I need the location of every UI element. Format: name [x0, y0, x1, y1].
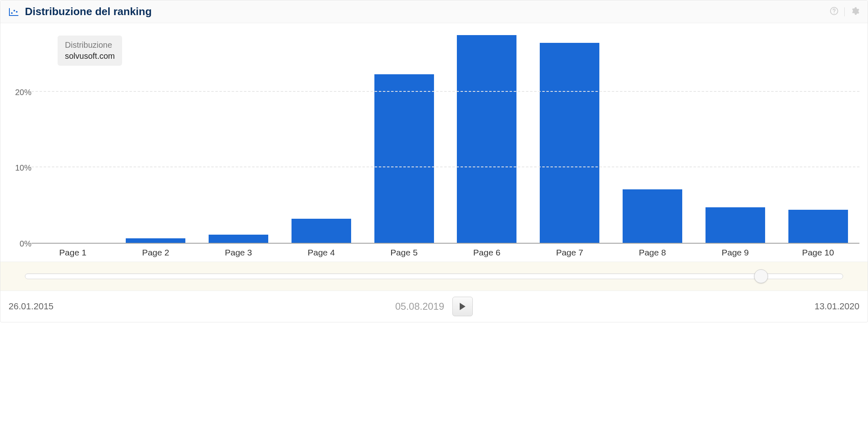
- bar[interactable]: [540, 43, 599, 243]
- play-button[interactable]: [452, 297, 473, 316]
- x-tick-label: Page 2: [114, 248, 197, 258]
- bar-slot: [777, 31, 859, 243]
- plot-wrap: Page 1Page 2Page 3Page 4Page 5Page 6Page…: [31, 31, 859, 258]
- timeline-end-date: 13.01.2020: [473, 301, 859, 312]
- x-axis-labels: Page 1Page 2Page 3Page 4Page 5Page 6Page…: [31, 248, 859, 258]
- help-icon[interactable]: [830, 7, 839, 17]
- x-tick-label: Page 1: [31, 248, 114, 258]
- footer-center: 05.08.2019: [395, 297, 473, 316]
- timeline-current-date: 05.08.2019: [395, 301, 444, 312]
- bars-container: [31, 31, 859, 243]
- y-tick-label: 10%: [15, 163, 31, 173]
- svg-point-4: [834, 12, 835, 13]
- bar[interactable]: [457, 35, 516, 243]
- bar[interactable]: [788, 210, 848, 243]
- widget-title: Distribuzione del ranking: [25, 5, 152, 18]
- x-tick-label: Page 10: [777, 248, 859, 258]
- y-tick-label: 0%: [20, 239, 31, 249]
- x-tick-label: Page 3: [197, 248, 280, 258]
- timeline-slider-track[interactable]: [25, 273, 843, 279]
- svg-point-2: [16, 11, 18, 13]
- x-tick-label: Page 6: [445, 248, 528, 258]
- timeline-start-date: 26.01.2015: [9, 301, 395, 312]
- bar-slot: [280, 31, 363, 243]
- bar-chart-icon: [9, 7, 19, 16]
- bar[interactable]: [706, 207, 765, 243]
- bar-slot: [114, 31, 197, 243]
- chart-area: Distribuzione solvusoft.com 0%10%20% Pag…: [0, 23, 868, 262]
- x-tick-label: Page 4: [280, 248, 363, 258]
- bar[interactable]: [209, 235, 268, 243]
- timeline-slider-area: [0, 262, 868, 291]
- y-axis: 0%10%20%: [9, 31, 31, 244]
- title-wrap: Distribuzione del ranking: [9, 5, 152, 18]
- header-divider: [844, 7, 845, 16]
- bar-slot: [197, 31, 280, 243]
- x-tick-label: Page 5: [363, 248, 445, 258]
- gridline: [31, 91, 859, 92]
- bar-slot: [528, 31, 611, 243]
- widget-footer: 26.01.2015 05.08.2019 13.01.2020: [0, 291, 868, 322]
- bar[interactable]: [623, 189, 682, 243]
- plot: [31, 31, 859, 244]
- bar-slot: [445, 31, 528, 243]
- gridline: [31, 166, 859, 167]
- bar[interactable]: [292, 219, 351, 243]
- svg-point-0: [11, 12, 13, 14]
- timeline-slider-thumb[interactable]: [754, 269, 768, 283]
- header-controls: [830, 7, 859, 17]
- y-tick-label: 20%: [15, 87, 31, 97]
- x-tick-label: Page 8: [611, 248, 694, 258]
- bar-slot: [363, 31, 445, 243]
- bar[interactable]: [126, 238, 185, 243]
- gear-icon[interactable]: [850, 7, 859, 17]
- x-tick-label: Page 9: [694, 248, 777, 258]
- bar-slot: [611, 31, 694, 243]
- bar-slot: [694, 31, 777, 243]
- bar-slot: [31, 31, 114, 243]
- widget-header: Distribuzione del ranking: [0, 0, 868, 23]
- svg-point-1: [13, 10, 15, 11]
- x-tick-label: Page 7: [528, 248, 611, 258]
- ranking-distribution-widget: Distribuzione del ranking Distribuzione …: [0, 0, 868, 322]
- bar[interactable]: [374, 74, 434, 243]
